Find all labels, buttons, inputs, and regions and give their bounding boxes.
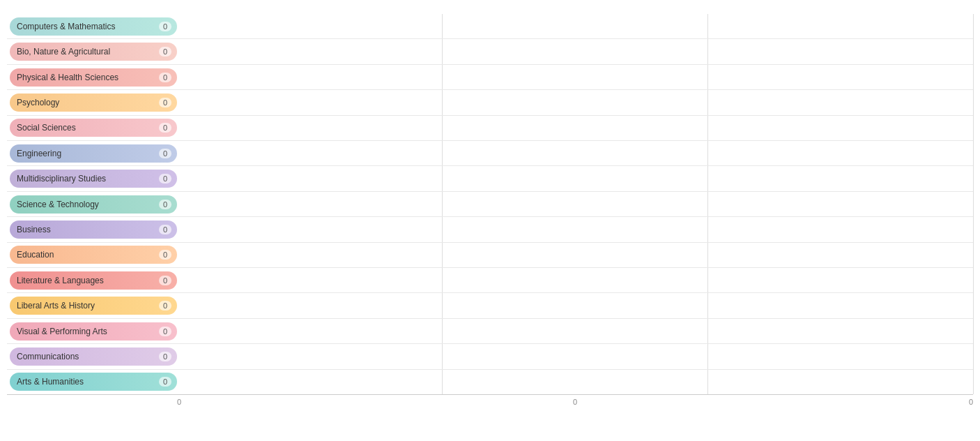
bar-value-badge-visual-performing: 0 [159, 327, 171, 336]
bar-row-multidisciplinary: Multidisciplinary Studies0 [7, 166, 973, 191]
bar-row-science-tech: Science & Technology0 [7, 192, 973, 217]
bar-value-badge-arts-humanities: 0 [159, 377, 171, 387]
bar-value-badge-education: 0 [159, 250, 171, 260]
bar-label-education: Education0 [10, 246, 177, 264]
bar-value-badge-communications: 0 [159, 352, 171, 361]
bar-label-text-visual-performing: Visual & Performing Arts [17, 327, 155, 336]
chart-area: Computers & Mathematics0Bio, Nature & Ag… [7, 14, 973, 395]
bar-label-text-engineering: Engineering [17, 149, 155, 158]
bar-value-badge-social-sciences: 0 [159, 123, 171, 133]
bar-value-badge-computers-math: 0 [159, 22, 171, 31]
bar-row-arts-humanities: Arts & Humanities0 [7, 370, 973, 394]
bar-value-badge-literature-languages: 0 [159, 276, 171, 285]
bar-row-communications: Communications0 [7, 344, 973, 369]
chart-container: Computers & Mathematics0Bio, Nature & Ag… [0, 0, 980, 441]
bar-row-education: Education0 [7, 243, 973, 268]
bar-label-text-bio-nature: Bio, Nature & Agricultural [17, 47, 155, 57]
x-axis-labels: 000 [7, 395, 973, 409]
bar-label-social-sciences: Social Sciences0 [10, 119, 177, 137]
bar-value-badge-engineering: 0 [159, 149, 171, 158]
bar-label-text-communications: Communications [17, 352, 155, 361]
bar-label-text-business: Business [17, 225, 155, 234]
bars-section: Computers & Mathematics0Bio, Nature & Ag… [7, 14, 973, 395]
bar-row-computers-math: Computers & Mathematics0 [7, 14, 973, 39]
bar-label-communications: Communications0 [10, 347, 177, 366]
bar-row-engineering: Engineering0 [7, 141, 973, 166]
bar-value-badge-multidisciplinary: 0 [159, 174, 171, 184]
bar-label-physical-health: Physical & Health Sciences0 [10, 68, 177, 87]
bar-value-badge-business: 0 [159, 225, 171, 234]
bar-label-multidisciplinary: Multidisciplinary Studies0 [10, 170, 177, 188]
bar-label-text-multidisciplinary: Multidisciplinary Studies [17, 174, 155, 184]
bar-row-psychology: Psychology0 [7, 90, 973, 115]
bar-value-badge-psychology: 0 [159, 98, 171, 107]
bar-label-bio-nature: Bio, Nature & Agricultural0 [10, 43, 177, 61]
bar-label-text-liberal-arts: Liberal Arts & History [17, 301, 155, 311]
bar-label-arts-humanities: Arts & Humanities0 [10, 373, 177, 391]
x-axis-label-2: 0 [969, 398, 973, 409]
chart-title [7, 7, 973, 14]
x-axis-label-1: 0 [573, 398, 577, 409]
bar-label-text-social-sciences: Social Sciences [17, 123, 155, 133]
bar-row-bio-nature: Bio, Nature & Agricultural0 [7, 39, 973, 64]
bar-value-badge-liberal-arts: 0 [159, 301, 171, 311]
bar-label-engineering: Engineering0 [10, 144, 177, 163]
bar-row-business: Business0 [7, 217, 973, 242]
bar-row-liberal-arts: Liberal Arts & History0 [7, 293, 973, 318]
bar-label-text-physical-health: Physical & Health Sciences [17, 73, 155, 82]
bar-value-badge-physical-health: 0 [159, 73, 171, 82]
bar-label-text-psychology: Psychology [17, 98, 155, 107]
bar-label-science-tech: Science & Technology0 [10, 195, 177, 214]
bar-row-literature-languages: Literature & Languages0 [7, 268, 973, 293]
bar-label-text-arts-humanities: Arts & Humanities [17, 377, 155, 387]
bar-label-text-computers-math: Computers & Mathematics [17, 22, 155, 31]
bar-label-text-science-tech: Science & Technology [17, 200, 155, 209]
bar-label-text-education: Education [17, 250, 155, 260]
bar-label-liberal-arts: Liberal Arts & History0 [10, 297, 177, 315]
bar-label-literature-languages: Literature & Languages0 [10, 271, 177, 290]
bar-row-physical-health: Physical & Health Sciences0 [7, 65, 973, 90]
bar-row-social-sciences: Social Sciences0 [7, 116, 973, 141]
bar-label-text-literature-languages: Literature & Languages [17, 276, 155, 285]
bar-value-badge-bio-nature: 0 [159, 47, 171, 57]
bar-row-visual-performing: Visual & Performing Arts0 [7, 319, 973, 344]
bar-label-computers-math: Computers & Mathematics0 [10, 17, 177, 36]
bar-label-visual-performing: Visual & Performing Arts0 [10, 322, 177, 341]
x-axis-label-0: 0 [177, 398, 181, 409]
bar-value-badge-science-tech: 0 [159, 200, 171, 209]
bar-label-business: Business0 [10, 221, 177, 239]
bar-label-psychology: Psychology0 [10, 94, 177, 112]
